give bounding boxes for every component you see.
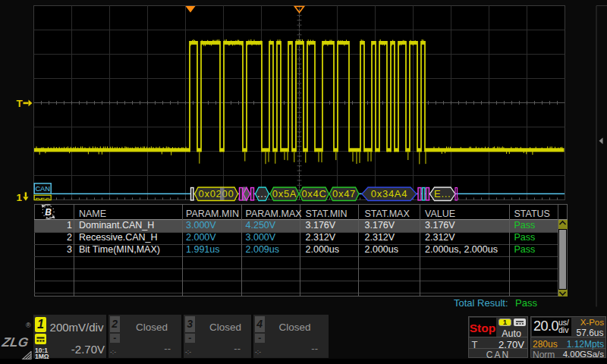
svg-text:0x4C: 0x4C	[301, 188, 326, 199]
svg-text:T: T	[17, 98, 24, 109]
svg-text:B: B	[45, 207, 52, 218]
svg-text:1: 1	[17, 192, 23, 203]
svg-text:0x0200: 0x0200	[199, 188, 234, 199]
svg-text:...: ...	[257, 188, 267, 199]
svg-text:CAN: CAN	[35, 185, 50, 193]
svg-text:E...: E...	[434, 188, 451, 199]
svg-text:0x34A4: 0x34A4	[371, 188, 407, 199]
svg-text:0x5A: 0x5A	[272, 188, 297, 199]
svg-text:0x47: 0x47	[332, 188, 356, 199]
